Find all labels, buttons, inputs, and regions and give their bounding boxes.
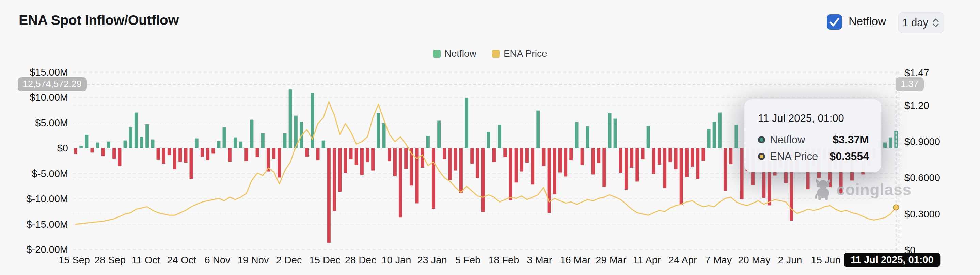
netflow-bar — [437, 121, 441, 148]
x-axis-tick: 10 Jan — [381, 254, 411, 266]
netflow-bar — [531, 148, 534, 184]
netflow-bar — [652, 148, 655, 174]
netflow-bar — [525, 148, 529, 163]
netflow-bar — [167, 148, 171, 155]
x-axis-tick: 19 Nov — [238, 254, 269, 266]
netflow-bar — [558, 148, 562, 173]
y-axis-tick-left: $0 — [0, 142, 68, 154]
netflow-bar — [371, 148, 375, 170]
netflow-bar — [597, 148, 600, 164]
tooltip-label: Netflow — [770, 134, 805, 146]
netflow-bar — [190, 148, 193, 179]
netflow-bar — [85, 135, 88, 148]
x-axis-tick: 2 Dec — [276, 254, 302, 266]
x-axis-tick: 2 Jun — [778, 254, 802, 266]
netflow-bar — [382, 123, 386, 148]
netflow-bar — [449, 148, 452, 180]
x-axis-tick: 6 Nov — [205, 254, 231, 266]
tooltip-row-netflow: Netflow $3.37M — [758, 134, 869, 146]
watermark-text: coinglass — [836, 180, 912, 199]
netflow-bar — [729, 148, 732, 164]
netflow-bar — [492, 148, 496, 162]
netflow-bar — [404, 148, 407, 169]
netflow-bar — [509, 148, 512, 200]
y-axis-tick-left: $-15.00M — [0, 218, 68, 230]
chart-tooltip: 11 Jul 2025, 01:00 Netflow $3.37M ENA Pr… — [745, 99, 881, 172]
y-axis-tick-right: $1.20 — [904, 100, 929, 111]
y-axis-tick-left: $-5.00M — [0, 168, 68, 180]
netflow-bar — [234, 138, 237, 148]
x-axis-tick: 15 Dec — [309, 254, 340, 266]
netflow-bar — [465, 98, 468, 148]
netflow-bar — [140, 137, 143, 148]
netflow-bar — [432, 148, 435, 209]
netflow-bar — [360, 148, 364, 175]
netflow-bar — [129, 127, 132, 148]
netflow-bar — [206, 148, 209, 160]
netflow-bar — [393, 148, 397, 176]
netflow-bar — [443, 148, 446, 159]
netflow-bar — [157, 148, 160, 160]
netflow-bar — [735, 124, 738, 148]
netflow-bar — [289, 89, 292, 148]
x-axis-tick: 16 Mar — [560, 254, 590, 266]
x-axis-hover-badge: 11 Jul 2025, 01:00 — [844, 253, 940, 267]
netflow-bar — [344, 148, 347, 173]
netflow-bar — [399, 148, 402, 218]
netflow-bar — [102, 148, 105, 156]
netflow-bar — [647, 126, 650, 148]
netflow-bar — [112, 148, 116, 159]
netflow-bar — [332, 148, 336, 211]
netflow-bar — [245, 148, 248, 161]
netflow-bar — [173, 148, 177, 170]
netflow-bar — [135, 113, 138, 148]
netflow-bar — [217, 141, 220, 148]
netflow-bar — [663, 148, 667, 188]
x-axis-tick: 15 Jun — [811, 254, 841, 266]
netflow-bar — [718, 113, 722, 148]
coinglass-watermark: coinglass — [814, 178, 912, 201]
netflow-bar — [178, 148, 182, 162]
netflow-bar — [74, 148, 77, 154]
netflow-bar — [476, 148, 479, 178]
netflow-bar — [459, 148, 463, 193]
x-axis-tick: 24 Apr — [668, 254, 697, 266]
netflow-bar — [641, 148, 644, 159]
tooltip-value: $0.3554 — [829, 150, 869, 163]
x-axis-tick: 3 Mar — [527, 254, 552, 266]
netflow-bar — [724, 148, 727, 191]
netflow-bar — [657, 148, 661, 165]
ena-price-marker-icon — [758, 153, 765, 160]
x-axis-tick: 15 Sep — [59, 254, 90, 266]
x-axis-tick: 28 Sep — [94, 254, 126, 266]
netflow-bar — [520, 148, 523, 172]
tooltip-label: ENA Price — [770, 151, 818, 163]
netflow-bar — [316, 148, 320, 160]
netflow-bar — [277, 148, 281, 177]
netflow-bar — [470, 148, 474, 164]
netflow-bar — [388, 148, 391, 161]
netflow-bar — [250, 120, 253, 148]
right-axis-hover-badge: 1.37 — [896, 77, 924, 91]
x-axis-tick: 5 Feb — [455, 254, 480, 266]
netflow-bar — [883, 143, 887, 148]
x-axis-tick: 11 Apr — [633, 254, 661, 266]
netflow-bar — [889, 138, 892, 148]
x-axis-tick: 18 Feb — [488, 254, 519, 266]
netflow-bar — [674, 148, 678, 170]
netflow-bar — [118, 148, 121, 167]
netflow-bar — [487, 132, 490, 148]
netflow-bar — [625, 148, 628, 189]
netflow-marker-icon — [758, 136, 765, 143]
netflow-bar — [713, 122, 716, 148]
netflow-bar — [91, 148, 94, 153]
left-axis-hover-badge: 12,574,572.29 — [18, 77, 87, 91]
netflow-bar — [553, 148, 557, 194]
y-axis-tick-left: $15.00M — [0, 66, 68, 78]
netflow-bar — [200, 148, 204, 157]
x-axis-tick: 28 Dec — [345, 254, 376, 266]
netflow-bar — [261, 134, 264, 148]
netflow-bar — [212, 148, 215, 154]
netflow-bar — [635, 148, 639, 181]
y-axis-tick-left: $10.00M — [0, 92, 68, 103]
